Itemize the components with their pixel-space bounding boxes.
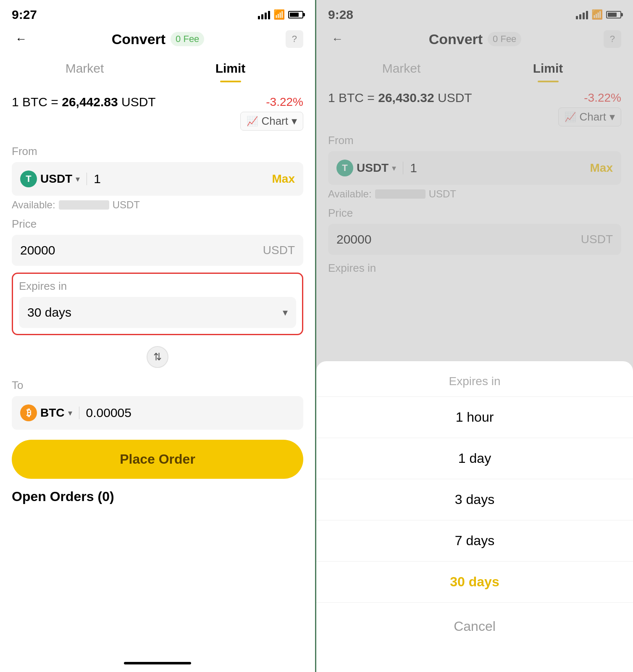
right-bottom-sheet: Expires in 1 hour 1 day 3 days 7 days 30…	[316, 361, 633, 672]
signal-icon	[258, 10, 270, 19]
sheet-title: Expires in	[316, 361, 633, 396]
left-tab-limit[interactable]: Limit	[158, 55, 303, 82]
left-header: ← Convert 0 Fee ?	[12, 26, 303, 55]
left-tab-market[interactable]: Market	[12, 55, 158, 82]
left-rate-text: 1 BTC = 26,442.83 USDT	[12, 95, 156, 109]
left-available-amount	[59, 200, 109, 210]
left-rate-change: -3.22%	[266, 95, 303, 109]
left-expires-value: 30 days	[27, 305, 283, 320]
left-expires-label: Expires in	[19, 280, 296, 293]
left-to-currency-name: BTC	[40, 406, 65, 420]
left-available-text: Available: USDT	[12, 199, 303, 211]
btc-icon: ₿	[20, 404, 37, 421]
left-header-center: Convert 0 Fee	[112, 31, 205, 47]
left-to-chevron-icon: ▾	[68, 408, 72, 418]
left-panel: 9:27 📶 ← Convert 0 Fee ? Market Limit	[0, 0, 316, 672]
left-tabs: Market Limit	[12, 55, 303, 82]
wifi-icon: 📶	[273, 9, 285, 20]
left-to-label: To	[12, 379, 303, 392]
left-expires-chevron-icon: ▾	[283, 307, 288, 318]
left-expires-dropdown[interactable]: 30 days ▾	[19, 297, 296, 328]
left-back-button[interactable]: ←	[12, 31, 30, 47]
sheet-option-7days[interactable]: 7 days	[316, 520, 633, 561]
left-swap-btn-row: ⇅	[12, 346, 303, 368]
left-open-orders-title: Open Orders (0)	[12, 489, 303, 504]
left-fee-badge: 0 Fee	[171, 32, 204, 46]
left-page-title: Convert	[112, 31, 165, 47]
left-to-input-row: ₿ BTC ▾	[12, 396, 303, 430]
left-price-currency: USDT	[263, 244, 295, 257]
left-swap-button[interactable]: ⇅	[147, 346, 168, 368]
right-panel: 9:28 📶 ← Convert 0 Fee ? Marke	[316, 0, 633, 672]
left-time: 9:27	[12, 8, 37, 22]
left-bottom-bar	[124, 662, 191, 664]
left-expires-section: Expires in 30 days ▾	[12, 273, 303, 335]
left-status-icons: 📶	[258, 9, 303, 20]
input-divider	[87, 173, 87, 185]
left-from-currency-name: USDT	[40, 172, 72, 186]
left-help-icon[interactable]: ?	[286, 30, 303, 48]
sheet-divider-5	[316, 602, 633, 603]
input-divider-to	[79, 407, 79, 419]
left-max-button[interactable]: Max	[272, 172, 295, 186]
sheet-option-3days[interactable]: 3 days	[316, 479, 633, 520]
left-price-input-row: 20000 USDT	[12, 235, 303, 266]
left-from-currency-selector[interactable]: T USDT ▾	[20, 171, 80, 187]
left-from-amount-input[interactable]	[94, 172, 267, 186]
left-status-bar: 9:27 📶	[12, 0, 303, 26]
left-from-chevron-icon: ▾	[76, 174, 80, 184]
left-chart-button[interactable]: 📈 Chart ▾	[240, 112, 303, 131]
left-price-label: Price	[12, 218, 303, 231]
left-to-currency-selector[interactable]: ₿ BTC ▾	[20, 404, 72, 421]
chart-icon: 📈	[247, 116, 258, 127]
tether-icon: T	[20, 171, 37, 187]
left-price-value[interactable]: 20000	[20, 243, 263, 257]
left-chart-toggle: 📈 Chart ▾	[12, 112, 303, 131]
sheet-cancel-button[interactable]: Cancel	[316, 606, 633, 647]
left-place-order-button[interactable]: Place Order	[12, 440, 303, 479]
battery-icon	[288, 11, 303, 18]
left-from-label: From	[12, 145, 303, 158]
left-from-input-row: T USDT ▾ Max	[12, 162, 303, 196]
left-to-amount-input[interactable]	[86, 406, 295, 420]
sheet-option-1hour[interactable]: 1 hour	[316, 397, 633, 438]
chevron-down-icon: ▾	[292, 115, 297, 128]
sheet-option-1day[interactable]: 1 day	[316, 438, 633, 479]
left-rate-row: 1 BTC = 26,442.83 USDT -3.22%	[12, 95, 303, 109]
sheet-option-30days[interactable]: 30 days	[316, 562, 633, 602]
